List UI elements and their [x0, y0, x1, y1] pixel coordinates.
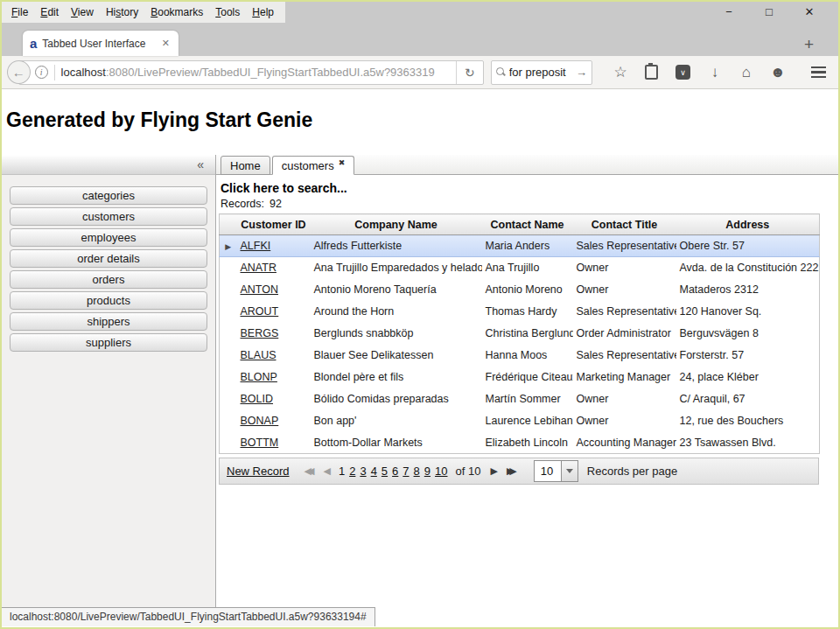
sidebar-item-products[interactable]: products: [10, 291, 207, 310]
url-bar[interactable]: i localhost:8080/LivePreview/TabbedUI_Fl…: [18, 60, 484, 85]
search-go-icon[interactable]: →: [576, 66, 587, 79]
cell: Maria Anders: [482, 235, 573, 257]
search-input[interactable]: for preposit: [509, 66, 572, 79]
menu-file[interactable]: File: [5, 6, 34, 18]
menu-history[interactable]: History: [100, 6, 144, 18]
collapse-sidebar-icon[interactable]: «: [197, 158, 204, 171]
table-row[interactable]: ▶ALFKIAlfreds FutterkisteMaria AndersSal…: [220, 235, 820, 257]
url-divider: [54, 65, 55, 80]
customer-id-link[interactable]: AROUT: [241, 305, 279, 318]
close-button[interactable]: ✕: [789, 2, 830, 23]
customer-id-link[interactable]: BOTTM: [241, 437, 279, 449]
table-row[interactable]: BLAUSBlauer See DelikatessenHanna MoosSa…: [220, 345, 820, 367]
menu-edit[interactable]: Edit: [34, 6, 65, 18]
page-link-8[interactable]: 8: [414, 465, 420, 478]
sidebar-item-categories[interactable]: categories: [10, 186, 207, 205]
first-page-icon[interactable]: ◀◀: [304, 465, 315, 477]
customer-id-link[interactable]: ALFKI: [241, 240, 271, 252]
next-page-icon[interactable]: ▶: [490, 465, 497, 477]
app-tab-bar: Homecustomers✖: [216, 155, 838, 175]
minimize-button[interactable]: −: [709, 2, 749, 23]
customer-id-link[interactable]: BLAUS: [241, 349, 276, 361]
page-link-9[interactable]: 9: [424, 465, 430, 478]
back-button[interactable]: ←: [7, 60, 31, 84]
menu-view[interactable]: View: [65, 6, 100, 18]
sidebar-item-customers[interactable]: customers: [10, 207, 207, 226]
cell: Martín Sommer: [482, 388, 573, 410]
prev-page-icon[interactable]: ◀: [323, 465, 330, 477]
hello-smiley-icon[interactable]: ☻: [762, 65, 794, 80]
table-row[interactable]: BERGSBerglunds snabbköpChristina Berglun…: [220, 323, 820, 345]
row-selector-cell: [220, 345, 237, 367]
last-page-icon[interactable]: ▶▶: [507, 465, 517, 477]
sidebar: « categoriescustomersemployeesorder deta…: [2, 155, 216, 607]
column-header-contact-title[interactable]: Contact Title: [573, 214, 676, 235]
bookmark-star-icon[interactable]: ☆: [605, 65, 636, 80]
page-link-2[interactable]: 2: [349, 465, 355, 478]
table-row[interactable]: BOLIDBólido Comidas preparadasMartín Som…: [220, 388, 820, 410]
customer-id-link[interactable]: ANTON: [241, 283, 279, 296]
cell: Elizabeth Lincoln: [482, 432, 573, 454]
cell: 23 Tsawassen Blvd.: [676, 432, 820, 454]
cell: Mataderos 2312: [676, 279, 820, 301]
tab-customers[interactable]: customers✖: [272, 156, 355, 175]
menu-hamburger-icon[interactable]: [808, 63, 830, 82]
table-row[interactable]: AROUTAround the HornThomas HardySales Re…: [220, 301, 820, 323]
chevron-down-icon[interactable]: [561, 461, 578, 481]
tab-home[interactable]: Home: [220, 156, 270, 175]
records-per-page-select[interactable]: 10: [534, 460, 578, 482]
downloads-icon[interactable]: ↓: [699, 65, 731, 80]
customer-id-link[interactable]: BERGS: [241, 327, 279, 339]
menu-bookmarks[interactable]: Bookmarks: [144, 6, 209, 18]
column-header-company-name[interactable]: Company Name: [311, 214, 482, 235]
page-link-4[interactable]: 4: [371, 465, 377, 478]
sidebar-item-suppliers[interactable]: suppliers: [10, 333, 207, 352]
customer-id-link[interactable]: ANATR: [241, 262, 276, 274]
sidebar-item-orders[interactable]: orders: [10, 270, 207, 289]
tab-close-icon[interactable]: ✖: [339, 158, 346, 167]
page-link-10[interactable]: 10: [435, 465, 447, 478]
column-header-customer-id[interactable]: Customer ID: [237, 214, 311, 235]
pocket-icon[interactable]: ∨: [676, 65, 690, 80]
table-row[interactable]: BOTTMBottom-Dollar MarketsElizabeth Linc…: [220, 432, 820, 454]
home-icon[interactable]: ⌂: [731, 65, 762, 80]
table-row[interactable]: BONAPBon app'Laurence LebihanOwner12, ru…: [220, 410, 820, 432]
column-header-address[interactable]: Address: [676, 214, 820, 235]
reading-list-icon[interactable]: [645, 65, 658, 80]
page-link-7[interactable]: 7: [402, 465, 409, 478]
customer-id-link[interactable]: BONAP: [241, 415, 279, 427]
workspace: « categoriescustomersemployeesorder deta…: [2, 155, 838, 607]
menu-tools[interactable]: Tools: [209, 6, 246, 18]
new-record-link[interactable]: New Record: [227, 465, 290, 478]
tab-close-icon[interactable]: ✕: [160, 38, 172, 49]
page-link-3[interactable]: 3: [360, 465, 366, 478]
menu-help[interactable]: Help: [246, 6, 280, 18]
sidebar-item-order-details[interactable]: order details: [10, 249, 207, 268]
table-row[interactable]: ANTONAntonio Moreno TaqueríaAntonio More…: [220, 279, 820, 301]
maximize-button[interactable]: □: [749, 2, 789, 23]
customer-id-link[interactable]: BOLID: [241, 393, 274, 405]
new-tab-button[interactable]: +: [804, 36, 814, 52]
search-bar[interactable]: for preposit →: [491, 60, 592, 85]
customer-id-link[interactable]: BLONP: [241, 371, 277, 383]
sidebar-item-shippers[interactable]: shippers: [10, 312, 207, 331]
table-row[interactable]: BLONPBlondel père et filsFrédérique Cite…: [220, 367, 820, 388]
reload-icon[interactable]: ↻: [456, 61, 483, 84]
site-info-icon[interactable]: i: [35, 66, 48, 79]
page-link-5[interactable]: 5: [382, 465, 388, 478]
cell: Owner: [573, 410, 676, 432]
cell: Order Administrator: [573, 323, 676, 345]
column-header-contact-name[interactable]: Contact Name: [482, 214, 573, 235]
cell: Berglunds snabbköp: [311, 323, 482, 345]
page-link-6[interactable]: 6: [392, 465, 398, 478]
grid-search-link[interactable]: Click here to search...: [220, 181, 838, 195]
page-title: Generated by Flying Start Genie: [6, 108, 312, 132]
cell: BERGS: [237, 323, 311, 345]
browser-tab-strip: a Tabbed User Interface ✕ +: [2, 23, 838, 56]
cell: Around the Horn: [311, 301, 482, 323]
browser-tab[interactable]: a Tabbed User Interface ✕: [23, 31, 178, 56]
url-host: localhost: [61, 66, 106, 79]
row-selector-cell: ▶: [220, 235, 237, 257]
table-row[interactable]: ANATRAna Trujillo Emparedados y heladosA…: [220, 257, 820, 279]
sidebar-item-employees[interactable]: employees: [10, 228, 207, 247]
